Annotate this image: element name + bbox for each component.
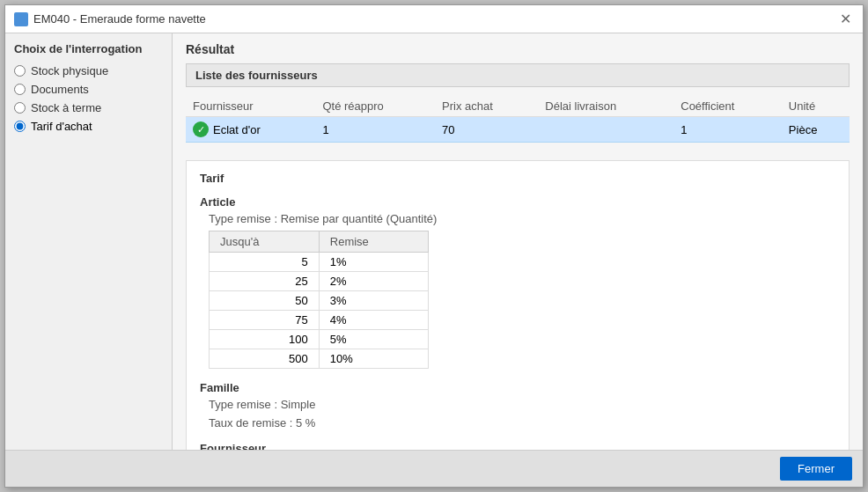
remise-row: 252%	[210, 272, 429, 291]
remise-value: 2%	[319, 272, 428, 291]
remise-row: 1005%	[210, 330, 429, 349]
article-type-remise: Type remise : Remise par quantité (Quant…	[209, 212, 835, 225]
supplier-table: Fournisseur Qté réappro Prix achat Délai…	[186, 96, 850, 143]
radio-stock-physique[interactable]	[14, 65, 26, 77]
main-window: EM040 - Emeraude forme navette ✕ Choix d…	[4, 4, 864, 488]
option-stock-physique[interactable]: Stock physique	[14, 64, 163, 77]
label-tarif-achat: Tarif d'achat	[31, 120, 92, 133]
col-jusqua: Jusqu'à	[210, 231, 320, 253]
remise-jusqua: 25	[210, 272, 320, 291]
supplier-name-cell: ✓ Eclat d'or	[186, 117, 315, 143]
option-documents[interactable]: Documents	[14, 83, 163, 96]
tarif-section: Tarif Article Type remise : Remise par q…	[186, 160, 850, 450]
title-bar-text: EM040 - Emeraude forme navette	[14, 12, 206, 26]
supplier-coefficient: 1	[673, 117, 782, 143]
default-supplier-icon: ✓	[193, 121, 209, 137]
left-panel: Choix de l'interrogation Stock physique …	[5, 33, 173, 450]
label-stock-a-terme: Stock à terme	[31, 101, 101, 114]
col-unite: Unité	[782, 96, 850, 117]
close-button[interactable]: ✕	[836, 11, 854, 28]
col-prix-achat: Prix achat	[435, 96, 538, 117]
col-fournisseur: Fournisseur	[186, 96, 315, 117]
article-section: Article Type remise : Remise par quantit…	[200, 195, 835, 369]
remise-jusqua: 5	[210, 253, 320, 272]
supplier-qte-reappro: 1	[315, 117, 435, 143]
radio-group: Stock physique Documents Stock à terme T…	[14, 64, 163, 133]
option-tarif-achat[interactable]: Tarif d'achat	[14, 120, 163, 133]
remise-value: 1%	[319, 253, 428, 272]
remise-jusqua: 100	[210, 330, 320, 349]
remise-table: Jusqu'à Remise 51%252%503%754%1005%50010…	[209, 231, 429, 369]
famille-title: Famille	[200, 381, 835, 394]
left-panel-title: Choix de l'interrogation	[14, 42, 163, 55]
col-coefficient: Coéfficient	[673, 96, 782, 117]
col-remise: Remise	[319, 231, 428, 253]
table-row[interactable]: ✓ Eclat d'or 1 70 1 Pièce	[186, 117, 850, 143]
footer: Fermer	[5, 450, 863, 487]
famille-section: Famille Type remise : Simple Taux de rem…	[200, 381, 835, 430]
remise-value: 3%	[319, 291, 428, 311]
supplier-unite: Pièce	[782, 117, 850, 143]
famille-taux-remise: Taux de remise : 5 %	[209, 416, 835, 430]
radio-tarif-achat[interactable]	[14, 121, 26, 132]
radio-stock-a-terme[interactable]	[14, 102, 26, 114]
remise-row: 51%	[210, 253, 429, 272]
remise-value: 5%	[319, 330, 428, 349]
result-label: Résultat	[186, 42, 850, 56]
supplier-section-header: Liste des fournisseurs	[186, 63, 850, 87]
remise-row: 50010%	[210, 349, 429, 369]
option-stock-a-terme[interactable]: Stock à terme	[14, 101, 163, 114]
window-body: Choix de l'interrogation Stock physique …	[5, 33, 863, 450]
app-icon	[14, 12, 28, 26]
col-qte-reappro: Qté réappro	[315, 96, 435, 117]
article-title: Article	[200, 195, 835, 209]
remise-jusqua: 50	[210, 291, 320, 311]
tarif-title: Tarif	[200, 172, 835, 185]
remise-jusqua: 500	[210, 349, 320, 369]
radio-documents[interactable]	[14, 84, 26, 95]
remise-row: 503%	[210, 291, 429, 311]
title-bar: EM040 - Emeraude forme navette ✕	[5, 5, 863, 33]
fermer-button[interactable]: Fermer	[780, 457, 852, 481]
label-stock-physique: Stock physique	[31, 64, 108, 77]
right-panel: Résultat Liste des fournisseurs Fourniss…	[173, 33, 863, 450]
remise-value: 4%	[319, 311, 428, 330]
supplier-section: Liste des fournisseurs Fournisseur Qté r…	[186, 63, 850, 143]
col-delai-livraison: Délai livraison	[538, 96, 673, 117]
supplier-name: Eclat d'or	[213, 123, 261, 136]
supplier-delai-livraison	[538, 117, 673, 143]
remise-jusqua: 75	[210, 311, 320, 330]
remise-row: 754%	[210, 311, 429, 330]
fournisseur-tarif-title: Fournisseur	[200, 442, 835, 450]
famille-type-remise: Type remise : Simple	[209, 398, 835, 411]
supplier-prix-achat: 70	[435, 117, 538, 143]
fournisseur-section: Fournisseur Taux de remise : 0 %	[200, 442, 835, 450]
window-title: EM040 - Emeraude forme navette	[33, 12, 206, 26]
label-documents: Documents	[31, 83, 89, 96]
remise-value: 10%	[319, 349, 428, 369]
